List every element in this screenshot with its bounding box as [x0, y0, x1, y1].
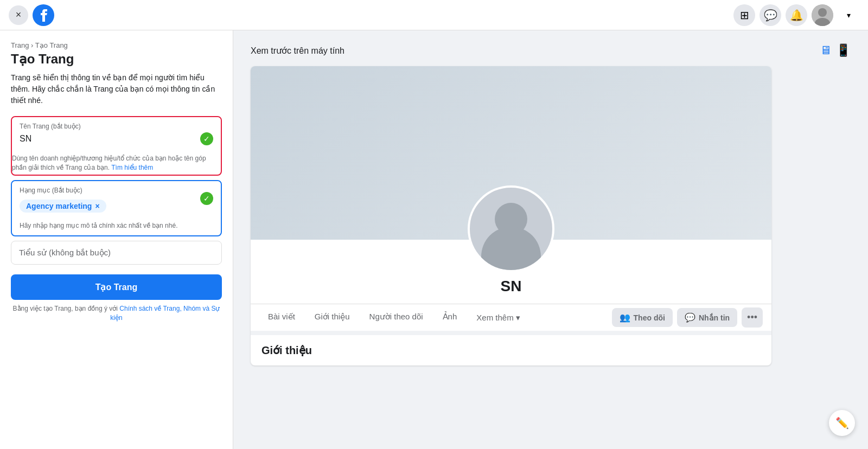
facebook-logo: [33, 4, 54, 26]
nhan-tin-icon: 💬: [685, 312, 695, 323]
category-tag: Agency marketing ×: [20, 200, 106, 213]
preview-title: Xem trước trên máy tính: [251, 46, 344, 56]
category-remove-button[interactable]: ×: [95, 202, 99, 210]
preview-card: SN Bài viết Giới thiệu Người theo dõi Ản…: [251, 66, 771, 365]
more-icon: •••: [747, 312, 757, 323]
main-layout: Trang › Tạo Trang Tạo Trang Trang sẽ hiể…: [0, 30, 868, 449]
category-content: Hạng mục (Bắt buộc) Agency marketing ×: [20, 187, 106, 213]
edit-icon: ✏️: [835, 416, 849, 429]
preview-header: Xem trước trên máy tính 🖥 📱: [251, 43, 851, 57]
mobile-icon[interactable]: 📱: [836, 43, 851, 57]
breadcrumb-parent[interactable]: Trang: [11, 41, 29, 49]
profile-name: SN: [251, 278, 771, 295]
bio-placeholder: Tiểu sử (không bắt buộc): [19, 248, 111, 257]
theo-doi-label: Theo dõi: [634, 313, 665, 322]
theo-doi-button[interactable]: 👥 Theo dõi: [612, 308, 673, 327]
name-field-value: SN: [20, 134, 31, 144]
topbar-left: ×: [9, 4, 54, 26]
nhan-tin-button[interactable]: 💬 Nhắn tin: [677, 308, 737, 327]
tab-gioi-thieu[interactable]: Giới thiệu: [306, 304, 359, 331]
category-field-group: Hạng mục (Bắt buộc) Agency marketing × ✓…: [11, 180, 222, 237]
name-field-hint: Dùng tên doanh nghiệp/thương hiệu/tổ chứ…: [12, 154, 221, 172]
theo-doi-icon: 👥: [620, 312, 630, 323]
right-panel: Xem trước trên máy tính 🖥 📱: [233, 30, 868, 449]
preview-intro: Giới thiệu: [251, 331, 771, 365]
intro-title: Giới thiệu: [261, 344, 312, 356]
svg-point-2: [818, 8, 827, 17]
chevron-down-icon-tab: ▾: [516, 313, 520, 323]
cover-photo: [251, 66, 771, 240]
create-page-button[interactable]: Tạo Trang: [11, 274, 222, 300]
desktop-icon[interactable]: 🖥: [820, 43, 832, 57]
tab-anh[interactable]: Ảnh: [434, 304, 466, 331]
page-description: Trang sẽ hiển thị thông tin về bạn để mọ…: [11, 72, 222, 106]
category-row: Hạng mục (Bắt buộc) Agency marketing × ✓: [20, 187, 213, 213]
close-icon: ×: [16, 9, 22, 21]
breadcrumb: Trang › Tạo Trang: [11, 41, 222, 49]
edit-fab-button[interactable]: ✏️: [829, 410, 855, 436]
profile-avatar-wrapper: [468, 185, 554, 272]
name-check-icon: ✓: [200, 132, 213, 145]
profile-avatar-inner: [470, 188, 552, 270]
more-button[interactable]: •••: [742, 307, 763, 328]
device-icons: 🖥 📱: [820, 43, 851, 57]
name-field-group: Tên Trang (bắt buộc) SN ✓ Dùng tên doanh…: [11, 116, 222, 176]
user-avatar[interactable]: [812, 4, 833, 26]
name-field-box[interactable]: Tên Trang (bắt buộc) SN ✓: [12, 117, 221, 151]
category-field-box[interactable]: Hạng mục (Bắt buộc) Agency marketing × ✓: [12, 181, 221, 218]
account-chevron-button[interactable]: ▾: [838, 4, 859, 26]
bell-icon: 🔔: [790, 9, 803, 22]
terms-text: Bằng việc tạo Trang, bạn đồng ý với Chín…: [11, 304, 222, 323]
chevron-down-icon: ▾: [847, 11, 851, 20]
avatar-image: [812, 4, 833, 26]
category-hint: Hãy nhập hạng mục mô tả chính xác nhất v…: [12, 221, 221, 236]
topbar-right: ⊞ 💬 🔔 ▾: [733, 4, 859, 26]
name-field-input-row: SN ✓: [20, 132, 213, 145]
category-label: Hạng mục (Bắt buộc): [20, 187, 106, 194]
profile-avatar: [468, 185, 554, 272]
nhan-tin-label: Nhắn tin: [699, 313, 730, 322]
xem-them-label: Xem thêm: [476, 313, 513, 322]
policy-link[interactable]: Chính sách về Trang,: [119, 305, 181, 312]
learn-more-link[interactable]: Tìm hiểu thêm: [111, 164, 153, 171]
page-title: Tạo Trang: [11, 52, 222, 67]
create-page-label: Tạo Trang: [95, 283, 138, 292]
silhouette-body: [481, 227, 541, 270]
left-panel: Trang › Tạo Trang Tạo Trang Trang sẽ hiể…: [0, 30, 233, 449]
category-tag-text: Agency marketing: [26, 202, 92, 210]
bio-field[interactable]: Tiểu sử (không bắt buộc): [11, 241, 222, 265]
grid-icon-button[interactable]: ⊞: [733, 4, 755, 26]
notification-icon-button[interactable]: 🔔: [786, 4, 807, 26]
tab-bai-viet[interactable]: Bài viết: [259, 304, 304, 331]
grid-icon: ⊞: [740, 9, 749, 22]
tab-actions: 👥 Theo dõi 💬 Nhắn tin •••: [612, 307, 763, 328]
name-field-label: Tên Trang (bắt buộc): [20, 123, 213, 130]
topbar: × ⊞ 💬 🔔 ▾: [0, 0, 868, 30]
profile-tabs: Bài viết Giới thiệu Người theo dõi Ảnh X…: [251, 304, 771, 331]
breadcrumb-separator: ›: [31, 41, 35, 49]
messenger-icon-button[interactable]: 💬: [760, 4, 781, 26]
close-button[interactable]: ×: [9, 5, 28, 25]
messenger-icon: 💬: [764, 9, 777, 22]
breadcrumb-current: Tạo Trang: [35, 41, 68, 49]
tab-nguoi-theo-doi[interactable]: Người theo dõi: [361, 304, 432, 331]
category-check-icon: ✓: [200, 192, 213, 205]
tab-xem-them[interactable]: Xem thêm ▾: [468, 305, 528, 330]
